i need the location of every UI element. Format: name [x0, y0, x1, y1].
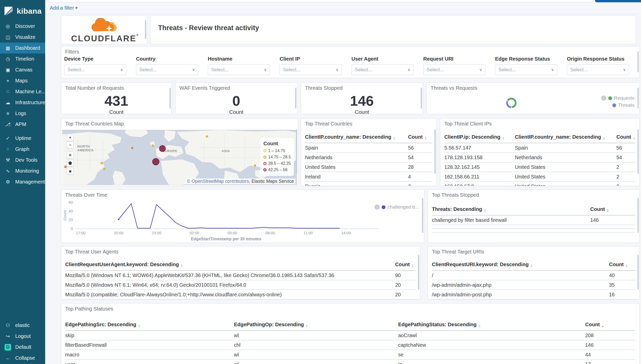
update-button-remnant[interactable] [595, 0, 641, 2]
query-bar-remnant[interactable] [48, 0, 593, 2]
threats-over-time-chart[interactable]: 020406017:0020:0023:0002:0005:0008:0011:… [61, 190, 424, 243]
legend-color-ring [263, 149, 266, 152]
map-data-point[interactable] [103, 168, 105, 170]
map-data-point[interactable] [206, 135, 208, 138]
scrollbar[interactable] [637, 198, 639, 233]
column-header[interactable]: Count▲▼ [395, 260, 416, 270]
scrollbar[interactable] [422, 198, 423, 233]
sidebar-item-uptime[interactable]: ✓Uptime [0, 133, 45, 144]
map-zoom-out-button[interactable]: − [67, 141, 74, 148]
scrollbar[interactable] [296, 129, 297, 174]
filter-select[interactable]: Select...∨ [351, 64, 414, 75]
map-data-point[interactable] [64, 166, 67, 168]
sidebar-item-collapse[interactable]: ←Collapse [0, 353, 45, 363]
sidebar-item-graph[interactable]: ⁘Graph [0, 144, 45, 155]
sidebar-item-machine-le-[interactable]: ⁙Machine Le... [0, 86, 45, 97]
table-cell: captchaNew [398, 340, 585, 350]
legend-expand-icon[interactable]: › [601, 96, 606, 101]
sidebar-item-default[interactable]: DDefault [0, 342, 45, 353]
column-header[interactable]: ClientRequestURI.keyword: Descending▲▼ [432, 260, 609, 270]
sidebar-item-monitoring[interactable]: ∿Monitoring [0, 166, 45, 176]
sidebar-item-visualize[interactable]: ◫Visualize [0, 32, 45, 43]
sidebar-item-management[interactable]: ⚙Management [0, 176, 45, 187]
map-data-point[interactable] [159, 145, 166, 152]
table-row: 162.158.66.211United States2 [444, 172, 635, 181]
sidebar-item-dev-tools[interactable]: ⚒Dev Tools [0, 155, 45, 166]
requests-legend-dot [608, 96, 612, 100]
column-header[interactable]: Count▲▼ [590, 204, 635, 215]
sidebar-item-infrastructure[interactable]: ☁Infrastructure [0, 97, 45, 108]
legend-label[interactable]: Threats [618, 102, 634, 108]
column-header[interactable]: Count▲▼ [408, 132, 432, 143]
table-cell: 208 [585, 331, 635, 340]
sidebar-item-apm[interactable]: ⎇APM [0, 119, 45, 130]
scrollbar[interactable] [434, 129, 436, 174]
sidebar-item-logout[interactable]: ↪Logout [0, 331, 45, 342]
table-cell: 90 [395, 270, 416, 280]
sidebar-item-dashboard[interactable]: ▦Dashboard [0, 43, 45, 53]
sidebar-item-maps[interactable]: ⌖Maps [0, 75, 45, 86]
filter-select[interactable]: Select...∨ [136, 64, 198, 75]
legend-label[interactable]: challenged b... [387, 204, 419, 210]
scrollbar[interactable] [295, 88, 296, 108]
column-header[interactable]: Count▲▼ [616, 132, 635, 143]
sidebar-item-label: Discover [15, 23, 35, 29]
filter-select[interactable]: Select...∨ [423, 64, 485, 75]
map-data-point[interactable] [100, 162, 103, 164]
chevron-down-icon: ∨ [120, 67, 123, 72]
panel-threats-stopped-metric: Threats Stopped 146 Count [301, 82, 423, 114]
column-header[interactable]: Threats: Descending▲▼ [432, 204, 590, 215]
threats-stopped-table: Threats: Descending▲▼ Count▲▼ challenged… [432, 204, 635, 233]
sidebar-item-timelion[interactable]: ◷Timelion [0, 53, 45, 64]
filter-select[interactable]: Select...∨ [567, 64, 629, 75]
sidebar-item-logs[interactable]: ≡Logs [0, 108, 45, 119]
table-cell: United States [515, 172, 616, 181]
svg-text:14:00: 14:00 [341, 231, 351, 235]
column-header[interactable]: EdgePathingStatus: Descending▲▼ [398, 320, 585, 331]
map-rect-tool-button[interactable]: ■ [67, 168, 74, 175]
column-header[interactable]: ClientRequestUserAgent.keyword: Descendi… [65, 260, 395, 270]
table-cell: user [65, 359, 234, 364]
filter-select[interactable]: Select...∨ [208, 64, 270, 75]
legend-expand-icon[interactable]: › [375, 205, 380, 210]
world-map[interactable]: NORTH AMERICAEUROPEASIA + − ⌗ ⬟ ■ Count … [62, 130, 297, 185]
column-header[interactable]: ClientIP.ip: Descending▲▼ [444, 132, 515, 143]
scrollbar[interactable] [418, 255, 419, 290]
map-data-point[interactable] [254, 165, 256, 167]
sidebar-item-discover[interactable]: ◎Discover [0, 21, 45, 32]
map-data-point[interactable] [151, 144, 154, 147]
scrollbar[interactable] [145, 20, 146, 39]
column-header[interactable]: Count▲▼ [609, 260, 635, 270]
map-crop-tool-button[interactable]: ⌗ [67, 152, 74, 158]
scrollbar[interactable] [421, 88, 422, 108]
map-data-point[interactable] [152, 158, 159, 165]
legend-label[interactable]: Requests [614, 95, 634, 101]
column-header[interactable]: EdgePathingSrc: Descending▲▼ [65, 320, 234, 331]
filter-select[interactable]: Select...∨ [64, 64, 126, 75]
table-cell [432, 225, 590, 229]
column-header[interactable]: ClientIP.country_name: Descending▲▼ [515, 132, 616, 143]
threats-over-time-title: Threats Over Time [65, 192, 107, 198]
column-header[interactable]: Count▲▼ [585, 320, 635, 331]
table-cell: 162.158.67.8 [444, 181, 515, 186]
osm-attribution-link[interactable]: © OpenStreetMap contributors, [187, 179, 250, 184]
column-header[interactable]: EdgePathingOp: Descending▲▼ [234, 320, 398, 331]
scrollbar[interactable] [637, 255, 639, 290]
sidebar-item-canvas[interactable]: ▣Canvas [0, 64, 45, 75]
filter-select[interactable]: Select...∨ [280, 64, 342, 75]
map-polygon-tool-button[interactable]: ⬟ [67, 160, 74, 167]
discover-icon: ◎ [5, 23, 11, 29]
filter-select[interactable]: Select...∨ [495, 64, 557, 75]
table-cell: 6 [609, 299, 635, 300]
scrollbar[interactable] [637, 129, 639, 174]
scrollbar[interactable] [170, 88, 171, 108]
map-zoom-in-button[interactable]: + [67, 134, 74, 141]
add-filter-link[interactable]: Add a filter+ [50, 5, 78, 11]
threats-vs-requests-donut[interactable] [504, 96, 518, 110]
map-region-label: ASIA [222, 149, 230, 153]
column-header[interactable]: ClientIP.country_name: Descending▲▼ [305, 132, 408, 143]
sidebar-item-elastic[interactable]: ⚇elastic [0, 320, 45, 331]
scrollbar[interactable] [637, 51, 639, 72]
scrollbar[interactable] [637, 88, 639, 108]
map-data-point[interactable] [131, 147, 133, 149]
